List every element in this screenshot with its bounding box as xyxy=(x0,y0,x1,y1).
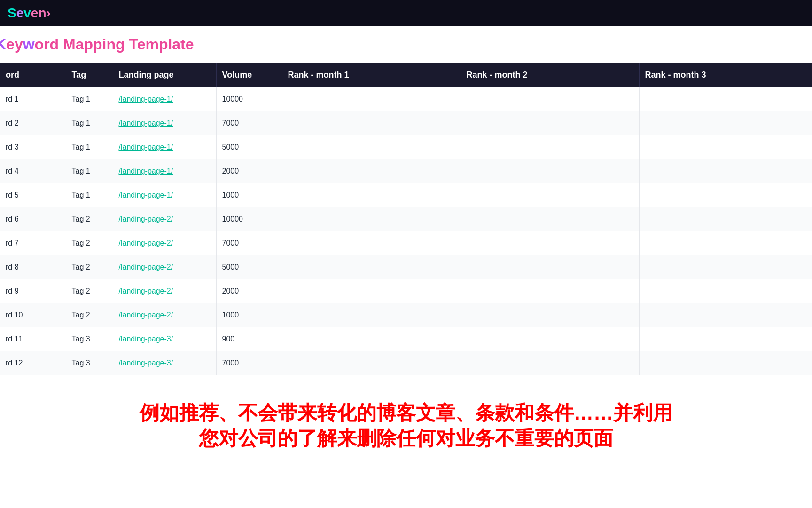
cell-tag: Tag 2 xyxy=(66,231,113,255)
table-row: rd 5Tag 1/landing-page-1/1000 xyxy=(0,183,812,207)
table-row: rd 3Tag 1/landing-page-1/5000 xyxy=(0,135,812,159)
table-row: rd 8Tag 2/landing-page-2/5000 xyxy=(0,255,812,279)
cell-volume: 10000 xyxy=(216,207,282,231)
cell-volume: 10000 xyxy=(216,87,282,111)
cell-volume: 1000 xyxy=(216,183,282,207)
cell-rank2 xyxy=(461,111,639,135)
cell-landing[interactable]: /landing-page-2/ xyxy=(113,255,216,279)
cell-volume: 5000 xyxy=(216,255,282,279)
cell-rank3 xyxy=(639,183,812,207)
logo-letter-en: e xyxy=(31,6,39,20)
header: Seven› xyxy=(0,0,812,26)
cell-landing[interactable]: /landing-page-1/ xyxy=(113,87,216,111)
cell-keyword: rd 4 xyxy=(0,159,66,183)
cell-volume: 900 xyxy=(216,327,282,351)
cell-rank2 xyxy=(461,135,639,159)
cell-tag: Tag 3 xyxy=(66,327,113,351)
cell-rank1 xyxy=(282,135,461,159)
cell-rank1 xyxy=(282,327,461,351)
title-template: Template xyxy=(129,36,194,53)
cell-landing[interactable]: /landing-page-2/ xyxy=(113,279,216,303)
cell-volume: 7000 xyxy=(216,231,282,255)
cell-volume: 5000 xyxy=(216,135,282,159)
col-header-rank3: Rank - month 3 xyxy=(639,63,812,87)
cell-rank1 xyxy=(282,303,461,327)
table-row: rd 4Tag 1/landing-page-1/2000 xyxy=(0,159,812,183)
logo-letter-n: n› xyxy=(38,6,50,20)
cell-rank3 xyxy=(639,207,812,231)
cell-rank1 xyxy=(282,351,461,375)
main-content: Keyword Mapping Template ord Tag xyxy=(0,26,812,508)
cell-keyword: rd 8 xyxy=(0,255,66,279)
cell-rank3 xyxy=(639,135,812,159)
cell-rank3 xyxy=(639,231,812,255)
cell-tag: Tag 2 xyxy=(66,207,113,231)
cell-rank2 xyxy=(461,87,639,111)
cell-landing[interactable]: /landing-page-3/ xyxy=(113,351,216,375)
cell-landing[interactable]: /landing-page-1/ xyxy=(113,135,216,159)
cell-rank1 xyxy=(282,87,461,111)
cell-rank3 xyxy=(639,87,812,111)
cell-volume: 7000 xyxy=(216,351,282,375)
logo-letter-e: e xyxy=(16,6,24,20)
cell-volume: 1000 xyxy=(216,303,282,327)
cell-rank2 xyxy=(461,279,639,303)
cell-landing[interactable]: /landing-page-2/ xyxy=(113,303,216,327)
logo: Seven› xyxy=(8,6,51,21)
cell-rank3 xyxy=(639,111,812,135)
cell-keyword: rd 10 xyxy=(0,303,66,327)
table-row: rd 9Tag 2/landing-page-2/2000 xyxy=(0,279,812,303)
cell-rank3 xyxy=(639,303,812,327)
keyword-mapping-table: ord Tag Landing page Volume Rank - month… xyxy=(0,63,812,375)
cell-rank2 xyxy=(461,255,639,279)
col-header-tag: Tag xyxy=(66,63,113,87)
title-ord: ord xyxy=(35,36,63,53)
cell-tag: Tag 2 xyxy=(66,255,113,279)
cell-rank1 xyxy=(282,207,461,231)
table-row: rd 1Tag 1/landing-page-1/10000 xyxy=(0,87,812,111)
col-header-volume: Volume xyxy=(216,63,282,87)
cell-rank2 xyxy=(461,207,639,231)
table-row: rd 7Tag 2/landing-page-2/7000 xyxy=(0,231,812,255)
cell-keyword: rd 9 xyxy=(0,279,66,303)
logo-letter-v: v xyxy=(23,6,31,20)
cell-keyword: rd 5 xyxy=(0,183,66,207)
cell-rank1 xyxy=(282,255,461,279)
cell-landing[interactable]: /landing-page-2/ xyxy=(113,231,216,255)
cell-keyword: rd 12 xyxy=(0,351,66,375)
cell-keyword: rd 6 xyxy=(0,207,66,231)
cell-volume: 2000 xyxy=(216,159,282,183)
table-header-row: ord Tag Landing page Volume Rank - month… xyxy=(0,63,812,87)
cell-landing[interactable]: /landing-page-1/ xyxy=(113,183,216,207)
cell-rank3 xyxy=(639,351,812,375)
cell-rank1 xyxy=(282,183,461,207)
title-keyword-part: K xyxy=(0,36,6,53)
cell-rank2 xyxy=(461,231,639,255)
cell-tag: Tag 1 xyxy=(66,87,113,111)
cell-keyword: rd 11 xyxy=(0,327,66,351)
cell-landing[interactable]: /landing-page-2/ xyxy=(113,207,216,231)
cell-volume: 2000 xyxy=(216,279,282,303)
cell-tag: Tag 3 xyxy=(66,351,113,375)
cell-rank3 xyxy=(639,159,812,183)
cell-landing[interactable]: /landing-page-1/ xyxy=(113,111,216,135)
title-rest: ey xyxy=(6,36,23,53)
cell-keyword: rd 3 xyxy=(0,135,66,159)
cell-keyword: rd 1 xyxy=(0,87,66,111)
cell-tag: Tag 1 xyxy=(66,111,113,135)
cell-rank3 xyxy=(639,327,812,351)
title-mapping: Mapping xyxy=(63,36,129,53)
cell-rank2 xyxy=(461,351,639,375)
table-row: rd 10Tag 2/landing-page-2/1000 xyxy=(0,303,812,327)
table-row: rd 6Tag 2/landing-page-2/10000 xyxy=(0,207,812,231)
table-container: ord Tag Landing page Volume Rank - month… xyxy=(0,63,812,375)
cell-tag: Tag 2 xyxy=(66,303,113,327)
cell-rank2 xyxy=(461,159,639,183)
cell-keyword: rd 7 xyxy=(0,231,66,255)
cell-tag: Tag 1 xyxy=(66,183,113,207)
logo-letter-s: S xyxy=(8,6,16,20)
col-header-landing: Landing page xyxy=(113,63,216,87)
cell-landing[interactable]: /landing-page-3/ xyxy=(113,327,216,351)
cell-rank1 xyxy=(282,159,461,183)
cell-landing[interactable]: /landing-page-1/ xyxy=(113,159,216,183)
